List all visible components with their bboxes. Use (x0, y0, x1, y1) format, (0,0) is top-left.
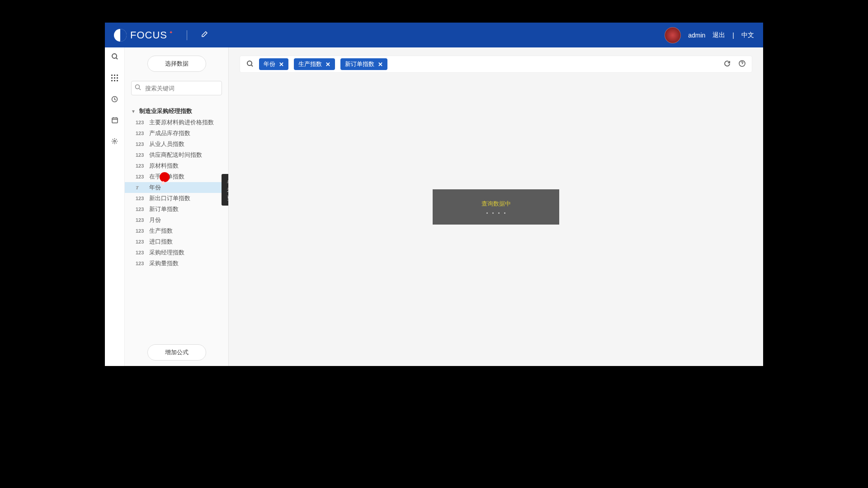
svg-rect-11 (112, 118, 118, 123)
logo-icon (114, 29, 127, 42)
header-separator: | (732, 32, 734, 39)
tree-item[interactable]: 123 采购量指数 (125, 258, 228, 269)
query-tag[interactable]: 生产指数 ✕ (294, 58, 335, 70)
header-divider (187, 30, 187, 40)
group-name: 制造业采购经理指数 (139, 107, 192, 115)
header: FOCUS ✦ admin 退出 | 中文 (105, 23, 763, 47)
tree-item[interactable]: 123 从业人员指数 (125, 139, 228, 150)
svg-rect-6 (117, 77, 118, 79)
svg-rect-5 (114, 77, 115, 79)
type-tag: 123 (136, 217, 146, 223)
close-icon[interactable]: ✕ (279, 61, 284, 68)
query-bar[interactable]: 年份 ✕ 生产指数 ✕ 新订单指数 ✕ (240, 56, 752, 73)
svg-point-15 (114, 141, 116, 142)
help-icon[interactable] (739, 60, 745, 68)
type-tag: 123 (136, 141, 146, 147)
item-label: 新订单指数 (149, 205, 179, 213)
item-label: 产成品库存指数 (149, 129, 190, 137)
select-data-button[interactable]: 选择数据 (147, 56, 206, 72)
tag-label: 生产指数 (298, 60, 322, 68)
tree-item[interactable]: 123 新出口订单指数 (125, 193, 228, 204)
tree-item-year[interactable]: T 年份 名称:年份 来源:制造业采购经理指数 更新时间:2018-06-08 … (125, 182, 228, 193)
query-bar-actions (724, 60, 745, 68)
item-label: 原材料指数 (149, 162, 179, 170)
tooltip-source: 来源:制造业采购经理指数 (227, 186, 228, 194)
type-tag: 123 (136, 131, 146, 136)
apps-nav-icon[interactable] (111, 75, 118, 83)
language-switch[interactable]: 中文 (741, 31, 754, 39)
add-formula-button[interactable]: 增加公式 (147, 344, 206, 361)
svg-point-16 (136, 85, 140, 89)
type-tag: 123 (136, 250, 146, 255)
refresh-icon[interactable] (724, 60, 731, 68)
tree-item[interactable]: 123 原材料指数 (125, 160, 228, 171)
svg-rect-9 (117, 80, 118, 81)
search-input[interactable] (131, 81, 222, 95)
query-tag[interactable]: 年份 ✕ (259, 58, 288, 70)
tree-group-header[interactable]: ▼ 制造业采购经理指数 (125, 105, 228, 117)
field-tree: ▼ 制造业采购经理指数 123 主要原材料购进价格指数 123 产成品库存指数 … (125, 99, 228, 336)
item-label: 采购量指数 (149, 259, 179, 267)
svg-rect-7 (111, 80, 113, 81)
logout-button[interactable]: 退出 (712, 31, 725, 39)
tree-item[interactable]: 123 新订单指数 (125, 204, 228, 215)
tree-item[interactable]: 123 生产指数 (125, 225, 228, 236)
main-area: 年份 ✕ 生产指数 ✕ 新订单指数 ✕ (229, 47, 763, 366)
loading-text: 查询数据中 (481, 200, 511, 208)
tree-item[interactable]: 123 产成品库存指数 (125, 128, 228, 139)
avatar[interactable] (665, 27, 681, 43)
loading-overlay: 查询数据中 (433, 189, 559, 225)
item-label: 进口指数 (149, 238, 173, 246)
type-tag-text: T (136, 185, 146, 190)
sidebar-search (131, 81, 222, 95)
item-label: 新出口订单指数 (149, 194, 190, 202)
tree-item[interactable]: 123 采购经理指数 (125, 247, 228, 258)
field-tooltip: 名称:年份 来源:制造业采购经理指数 更新时间:2018-06-08 14:09… (222, 174, 228, 206)
edit-icon[interactable] (201, 31, 208, 40)
type-tag: 123 (136, 120, 146, 125)
type-tag: 123 (136, 174, 146, 179)
svg-rect-4 (111, 77, 113, 79)
app-window: FOCUS ✦ admin 退出 | 中文 (105, 23, 763, 366)
query-tag[interactable]: 新订单指数 ✕ (340, 58, 387, 70)
item-label: 生产指数 (149, 227, 173, 235)
svg-rect-3 (117, 75, 118, 76)
logo[interactable]: FOCUS ✦ (114, 29, 173, 42)
sidebar: 选择数据 ▼ 制造业采购经理指数 123 主要原材料购进价格指数 123 (125, 47, 229, 366)
brand-text: FOCUS (130, 29, 167, 41)
clock-nav-icon[interactable] (111, 96, 118, 104)
item-label: 月份 (149, 216, 161, 224)
item-label: 主要原材料购进价格指数 (149, 118, 214, 127)
search-icon (135, 84, 141, 92)
svg-point-17 (247, 61, 252, 66)
tag-label: 年份 (264, 60, 275, 68)
type-tag: 123 (136, 152, 146, 158)
tree-item[interactable]: 123 主要原材料购进价格指数 (125, 117, 228, 128)
icon-rail (105, 47, 125, 366)
close-icon[interactable]: ✕ (326, 61, 330, 68)
tree-item[interactable]: 123 供应商配送时间指数 (125, 150, 228, 160)
tree-item[interactable]: 123 月份 (125, 215, 228, 225)
svg-rect-8 (114, 80, 115, 81)
search-icon (246, 60, 254, 69)
type-tag: 123 (136, 239, 146, 244)
settings-nav-icon[interactable] (111, 138, 118, 146)
type-tag: 123 (136, 163, 146, 169)
type-tag: 123 (136, 196, 146, 201)
header-right: admin 退出 | 中文 (665, 27, 754, 43)
svg-rect-1 (111, 75, 113, 76)
item-label: 从业人员指数 (149, 140, 184, 148)
svg-point-0 (112, 54, 117, 58)
username[interactable]: admin (688, 32, 705, 39)
tag-label: 新订单指数 (345, 60, 374, 68)
calendar-nav-icon[interactable] (112, 117, 118, 125)
search-nav-icon[interactable] (111, 53, 118, 62)
item-label: 采购经理指数 (149, 249, 184, 257)
close-icon[interactable]: ✕ (378, 61, 383, 68)
loading-dots-icon (486, 212, 505, 214)
type-tag: 123 (136, 228, 146, 234)
tooltip-updated: 更新时间:2018-06-08 14:09:49 (227, 194, 228, 202)
tooltip-name: 名称:年份 (227, 178, 228, 186)
tree-item[interactable]: 123 进口指数 (125, 236, 228, 247)
tree-item[interactable]: 123 在手订单指数 (125, 171, 228, 182)
